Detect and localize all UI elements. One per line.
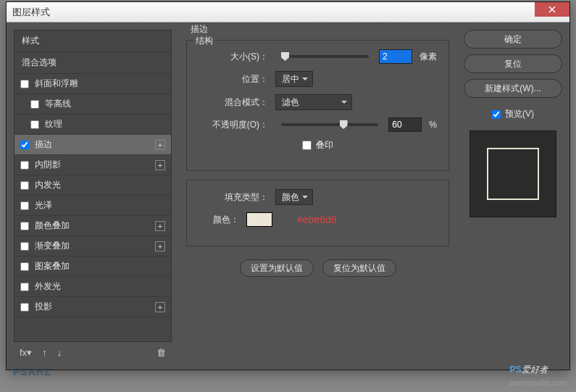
overprint-label: 叠印 — [316, 139, 333, 151]
add-effect-button[interactable]: + — [155, 221, 165, 231]
group-title: 描边 — [188, 23, 211, 36]
style-checkbox[interactable] — [20, 181, 29, 190]
opacity-input[interactable]: 60 — [388, 117, 422, 132]
blend-mode-select[interactable]: 滤色 — [275, 94, 352, 110]
structure-group: 结构 大小(S)： 2 像素 位置： 居中 混合模式： 滤色 — [186, 40, 449, 171]
styles-header[interactable]: 样式 — [14, 30, 171, 52]
style-label: 投影 — [35, 301, 52, 313]
fill-group: 填充类型： 颜色 颜色： #ebe6d8 — [186, 180, 449, 246]
window-title: 图层样式 — [12, 6, 50, 19]
color-hex: #ebe6d8 — [297, 214, 337, 225]
style-checkbox[interactable] — [20, 80, 29, 88]
style-list: 样式 混合选项 斜面和浮雕等高线纹理描边+内阴影+内发光光泽颜色叠加+渐变叠加+… — [14, 30, 172, 342]
opacity-unit: % — [429, 120, 437, 130]
add-effect-button[interactable]: + — [155, 241, 165, 251]
style-checkbox[interactable] — [20, 262, 29, 271]
add-effect-button[interactable]: + — [155, 140, 165, 150]
style-item-7[interactable]: 颜色叠加+ — [14, 216, 171, 236]
style-item-9[interactable]: 图案叠加 — [14, 257, 171, 277]
style-checkbox[interactable] — [20, 141, 29, 149]
set-default-button[interactable]: 设置为默认值 — [240, 259, 314, 277]
blend-mode-label: 混合模式： — [199, 96, 268, 109]
style-item-8[interactable]: 渐变叠加+ — [14, 236, 171, 257]
style-label: 内发光 — [35, 179, 61, 191]
add-effect-button[interactable]: + — [155, 302, 165, 312]
reset-default-button[interactable]: 复位为默认值 — [322, 259, 396, 277]
color-label: 颜色： — [199, 214, 239, 226]
style-checkbox[interactable] — [20, 242, 29, 251]
titlebar[interactable]: 图层样式 — [7, 2, 569, 22]
style-label: 渐变叠加 — [35, 240, 70, 252]
preview-inner — [487, 148, 539, 200]
style-label: 纹理 — [45, 118, 62, 130]
new-style-button[interactable]: 新建样式(W)... — [464, 79, 562, 98]
style-label: 描边 — [35, 138, 52, 151]
fill-type-select[interactable]: 颜色 — [275, 189, 313, 205]
stroke-group: 描边 结构 大小(S)： 2 像素 位置： 居中 混合模式： — [179, 30, 456, 284]
color-swatch[interactable] — [246, 212, 272, 227]
blending-options[interactable]: 混合选项 — [14, 52, 171, 74]
style-label: 颜色叠加 — [35, 220, 70, 232]
structure-title: 结构 — [193, 35, 216, 47]
style-item-1[interactable]: 等高线 — [14, 94, 171, 114]
size-input[interactable]: 2 — [379, 49, 412, 64]
overprint-checkbox[interactable] — [302, 141, 312, 150]
opacity-label: 不透明度(O)： — [199, 119, 268, 131]
style-label: 斜面和浮雕 — [35, 78, 78, 90]
style-checkbox[interactable] — [30, 100, 39, 109]
site-watermark: PS爱好者 www.psahz.com — [510, 363, 567, 388]
style-item-4[interactable]: 内阴影+ — [14, 155, 171, 175]
logo-watermark: PSAHZ — [13, 366, 51, 378]
ok-button[interactable]: 确定 — [464, 30, 562, 49]
reset-button[interactable]: 复位 — [464, 54, 562, 73]
position-label: 位置： — [199, 73, 268, 86]
style-label: 图案叠加 — [35, 260, 70, 272]
close-button[interactable] — [535, 2, 569, 17]
style-item-10[interactable]: 外发光 — [14, 277, 171, 297]
style-label: 光泽 — [35, 199, 52, 212]
style-item-2[interactable]: 纹理 — [14, 114, 171, 135]
preview-thumbnail — [469, 130, 556, 217]
style-checkbox[interactable] — [20, 303, 29, 312]
style-item-0[interactable]: 斜面和浮雕 — [14, 74, 171, 94]
move-down-icon[interactable]: ↓ — [57, 347, 62, 358]
style-item-6[interactable]: 光泽 — [14, 196, 171, 216]
preview-label: 预览(V) — [505, 108, 534, 120]
style-checkbox[interactable] — [30, 120, 39, 129]
style-item-5[interactable]: 内发光 — [14, 175, 171, 196]
styles-sidebar: 样式 混合选项 斜面和浮雕等高线纹理描边+内阴影+内发光光泽颜色叠加+渐变叠加+… — [14, 30, 172, 362]
size-label: 大小(S)： — [199, 51, 268, 63]
size-slider[interactable] — [281, 55, 369, 58]
style-checkbox[interactable] — [20, 222, 29, 230]
style-label: 等高线 — [45, 98, 71, 110]
style-label: 内阴影 — [35, 159, 61, 171]
style-item-11[interactable]: 投影+ — [14, 297, 171, 317]
size-unit: 像素 — [420, 51, 437, 63]
style-item-3[interactable]: 描边+ — [14, 135, 171, 155]
preview-checkbox[interactable] — [492, 110, 501, 119]
fill-type-label: 填充类型： — [199, 191, 268, 204]
style-checkbox[interactable] — [20, 161, 29, 170]
sidebar-toolbar: fx▾ ↑ ↓ 🗑 — [14, 342, 172, 362]
trash-icon[interactable]: 🗑 — [156, 347, 166, 358]
position-select[interactable]: 居中 — [275, 71, 313, 87]
close-icon — [548, 6, 556, 13]
style-checkbox[interactable] — [20, 283, 29, 291]
style-checkbox[interactable] — [20, 201, 29, 210]
settings-panel: 描边 结构 大小(S)： 2 像素 位置： 居中 混合模式： — [179, 30, 456, 362]
fx-menu-icon[interactable]: fx▾ — [20, 347, 32, 358]
layer-style-dialog: 图层样式 样式 混合选项 斜面和浮雕等高线纹理描边+内阴影+内发光光泽颜色叠加+… — [6, 1, 570, 370]
add-effect-button[interactable]: + — [155, 160, 165, 170]
action-panel: 确定 复位 新建样式(W)... 预览(V) — [464, 30, 562, 362]
opacity-slider[interactable] — [281, 123, 378, 126]
style-label: 外发光 — [35, 280, 61, 293]
move-up-icon[interactable]: ↑ — [42, 347, 47, 358]
